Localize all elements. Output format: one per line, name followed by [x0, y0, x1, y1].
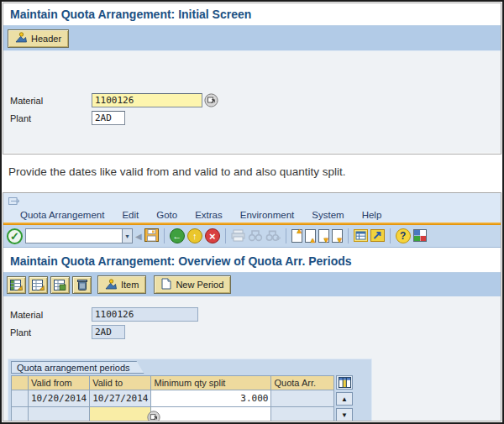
sap-overview-window: Quota Arrangement Edit Goto Extras Envir…	[3, 192, 501, 421]
header-button[interactable]: Header	[8, 29, 69, 48]
find-next-button[interactable]	[265, 229, 281, 243]
table-green-icon	[10, 280, 23, 291]
table-header-row: Valid from Valid to Minimum qty split Qu…	[12, 376, 334, 390]
column-header-quota-arr[interactable]: Quota Arr.	[271, 376, 334, 390]
continue-icon	[8, 196, 20, 207]
quota-periods-section: Quota arrangement periods Valid from Val…	[3, 354, 501, 421]
sap-initial-screen-window: Maintain Quota Arrangement: Initial Scre…	[3, 3, 501, 154]
create-shortcut-button[interactable]	[370, 229, 385, 243]
instruction-text: Provide the dates like valid from and va…	[2, 154, 502, 192]
table-edit-button-1[interactable]	[7, 276, 26, 294]
plant-label: Plant	[10, 113, 92, 123]
cell-valid-from[interactable]	[29, 407, 90, 422]
table-row: 10/20/2014 10/27/2014 3.000	[12, 390, 334, 407]
menu-help[interactable]: Help	[362, 210, 382, 220]
header-details-icon	[15, 32, 27, 44]
menu-edit[interactable]: Edit	[122, 210, 139, 220]
header-button-label: Header	[31, 34, 61, 44]
material-label: Material	[10, 310, 92, 320]
table-settings-button[interactable]	[336, 375, 353, 390]
search-help-icon[interactable]	[204, 93, 218, 107]
page-down-button[interactable]: ▼	[318, 229, 329, 243]
application-toolbar: Header	[3, 26, 501, 51]
menu-environment[interactable]: Environment	[240, 210, 295, 220]
command-field[interactable]: ▾	[25, 228, 133, 243]
menu-quota-arrangement[interactable]: Quota Arrangement	[20, 210, 104, 220]
exit-button[interactable]: ↑	[187, 228, 202, 243]
scroll-up-button[interactable]: ▲	[336, 392, 353, 406]
material-display-field[interactable]: 1100126	[92, 307, 198, 322]
back-button[interactable]: ←	[170, 228, 185, 243]
save-button[interactable]	[144, 228, 159, 243]
quota-periods-group-box: Quota arrangement periods Valid from Val…	[8, 359, 372, 421]
menu-bar: Quota Arrangement Edit Goto Extras Envir…	[3, 193, 501, 222]
material-label: Material	[10, 96, 92, 106]
customize-layout-button[interactable]	[413, 229, 427, 243]
column-header-min-qty-split[interactable]: Minimum qty split	[151, 376, 271, 390]
standard-toolbar: ✓ ▾ ◀ ← ↑ × ▲ ▲	[3, 225, 501, 248]
plant-input[interactable]: 2AD	[92, 111, 125, 125]
cell-min-qty-split[interactable]	[151, 407, 271, 422]
overview-form: Material 1100126 Plant 2AD	[3, 296, 501, 354]
page-up-button[interactable]: ▲	[305, 229, 316, 243]
item-button-label: Item	[121, 280, 139, 290]
help-button[interactable]: ?	[396, 228, 411, 243]
column-header-valid-to[interactable]: Valid to	[90, 376, 151, 390]
material-input[interactable]: 1100126	[92, 93, 202, 107]
page-title: Maintain Quota Arrangement: Initial Scre…	[3, 3, 501, 26]
find-button[interactable]	[248, 229, 263, 243]
plant-label: Plant	[10, 327, 92, 338]
row-selector[interactable]	[12, 407, 29, 422]
print-button[interactable]	[231, 229, 245, 243]
cell-valid-to[interactable]: 10/27/2014	[90, 390, 151, 407]
menu-system[interactable]: System	[312, 210, 344, 220]
table-pencil-icon	[32, 280, 45, 291]
enter-button[interactable]: ✓	[7, 228, 23, 244]
new-session-button[interactable]	[354, 229, 368, 243]
first-page-button[interactable]: ▲	[291, 229, 302, 243]
new-document-icon	[161, 278, 171, 291]
initial-screen-form: Material 1100126 Plant 2AD	[3, 51, 501, 153]
group-box-tab-label: Quota arrangement periods	[11, 361, 144, 374]
cell-valid-to-focused[interactable]	[90, 407, 151, 422]
row-selector[interactable]	[12, 390, 29, 407]
cell-quota-arr[interactable]	[271, 390, 334, 407]
trash-icon	[77, 279, 87, 291]
cancel-button[interactable]: ×	[205, 228, 220, 243]
item-button[interactable]: Item	[97, 275, 146, 294]
table-config-icon	[339, 377, 351, 388]
item-details-icon	[105, 279, 117, 291]
menu-goto[interactable]: Goto	[156, 210, 177, 220]
cell-min-qty-split[interactable]: 3.000	[151, 390, 271, 407]
quota-periods-table: Valid from Valid to Minimum qty split Qu…	[11, 375, 334, 421]
previous-value-icon: ◀	[135, 232, 142, 241]
table-block-icon	[54, 280, 66, 291]
table-row	[12, 407, 334, 422]
table-edit-button-2[interactable]	[29, 276, 48, 294]
scroll-down-button[interactable]: ▼	[336, 408, 353, 421]
cell-valid-from[interactable]: 10/20/2014	[29, 390, 90, 407]
table-edit-button-3[interactable]	[50, 276, 70, 294]
new-period-button[interactable]: New Period	[154, 275, 231, 294]
search-help-icon[interactable]	[147, 411, 160, 421]
cell-quota-arr[interactable]	[271, 407, 334, 422]
command-input[interactable]	[26, 229, 122, 243]
command-dropdown-icon[interactable]: ▾	[122, 229, 132, 243]
column-header-valid-from[interactable]: Valid from	[29, 376, 90, 390]
overview-application-toolbar: Item New Period	[3, 273, 501, 296]
delete-button[interactable]	[72, 276, 92, 294]
selector-column-header[interactable]	[12, 376, 29, 390]
menu-extras[interactable]: Extras	[195, 210, 223, 220]
tutorial-page: Maintain Quota Arrangement: Initial Scre…	[0, 0, 504, 424]
plant-display-field[interactable]: 2AD	[92, 325, 125, 339]
last-page-button[interactable]: ▼	[332, 229, 343, 243]
new-period-button-label: New Period	[176, 280, 223, 290]
overview-page-title: Maintain Quota Arrangement: Overview of …	[3, 250, 501, 273]
